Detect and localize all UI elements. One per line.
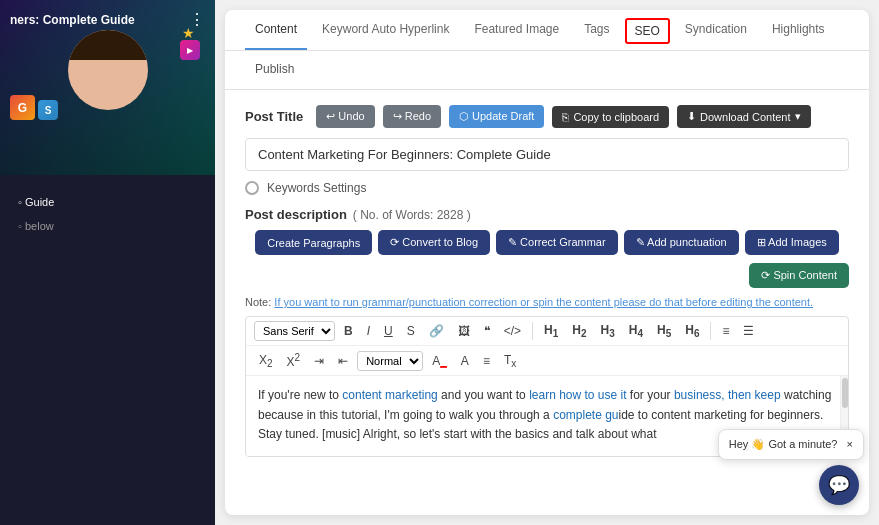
superscript-button[interactable]: X2 (282, 350, 306, 371)
undo-button[interactable]: ↩ Undo (316, 105, 374, 128)
copy-clipboard-button[interactable]: ⎘ Copy to clipboard (552, 106, 669, 128)
post-title-label: Post Title (245, 109, 303, 124)
word-count: ( No. of Words: 2828 ) (353, 208, 471, 222)
indent-button[interactable]: ⇥ (309, 352, 329, 370)
h2-button[interactable]: H2 (567, 321, 591, 341)
align-center-button[interactable]: ≡ (478, 352, 495, 370)
keywords-toggle[interactable] (245, 181, 259, 195)
actions-row: Create Paragraphs ⟳ Convert to Blog ✎ Co… (245, 230, 849, 255)
link-button[interactable]: 🔗 (424, 322, 449, 340)
spin-content-button[interactable]: ⟳ Spin Content (749, 263, 849, 288)
ordered-list-button[interactable]: ≡ (717, 322, 734, 340)
underline-button[interactable]: U (379, 322, 398, 340)
download-content-button[interactable]: ⬇ Download Content ▾ (677, 105, 811, 128)
subscript-button[interactable]: X2 (254, 351, 278, 371)
tab-tags[interactable]: Tags (574, 10, 619, 50)
sidebar: ners: Complete Guide ⋮ G S ★ ▶ ◦ Guide ◦… (0, 0, 215, 525)
code-button[interactable]: </> (499, 322, 526, 340)
copy-clipboard-label: Copy to clipboard (573, 111, 659, 123)
download-icon: ⬇ (687, 110, 696, 123)
format-select[interactable]: Normal (357, 351, 423, 371)
font-select[interactable]: Sans Serif (254, 321, 335, 341)
chat-tooltip: Hey 👋 Got a minute? × (718, 429, 864, 460)
editor-toolbar-row2: X2 X2 ⇥ ⇤ Normal A_ A ≡ Tx (246, 346, 848, 376)
chat-close-icon[interactable]: × (847, 438, 853, 450)
sidebar-thumbnail: ners: Complete Guide ⋮ G S ★ ▶ (0, 0, 215, 175)
deco-g-icon: G (10, 95, 35, 120)
h1-button[interactable]: H1 (539, 321, 563, 341)
redo-button[interactable]: ↪ Redo (383, 105, 441, 128)
bold-button[interactable]: B (339, 322, 358, 340)
keywords-settings-row: Keywords Settings (245, 181, 849, 195)
post-description-row: Post description ( No. of Words: 2828 ) (245, 207, 849, 222)
h6-button[interactable]: H6 (680, 321, 704, 341)
post-description-label: Post description (245, 207, 347, 222)
note-prefix: Note: (245, 296, 274, 308)
tab-content[interactable]: Content (245, 10, 307, 50)
tab-seo[interactable]: SEO (625, 18, 670, 44)
deco-s-icon: S (38, 100, 58, 120)
correct-grammar-button[interactable]: ✎ Correct Grammar (496, 230, 618, 255)
copy-icon: ⎘ (562, 111, 569, 123)
h5-button[interactable]: H5 (652, 321, 676, 341)
person-image: G S ★ ▶ (0, 0, 215, 140)
tab-syndication[interactable]: Syndication (675, 10, 757, 50)
h4-button[interactable]: H4 (624, 321, 648, 341)
strikethrough-button[interactable]: S (402, 322, 420, 340)
sidebar-item-guide[interactable]: ◦ Guide (10, 190, 205, 214)
clear-format-button[interactable]: Tx (499, 351, 521, 371)
font-color-button[interactable]: A_ (427, 352, 452, 370)
note-row: Note: If you want to run grammar/punctua… (245, 296, 849, 308)
post-title-input[interactable] (245, 138, 849, 171)
add-punctuation-button[interactable]: ✎ Add punctuation (624, 230, 739, 255)
update-draft-button[interactable]: ⬡ Update Draft (449, 105, 544, 128)
toolbar-separator-1 (532, 322, 533, 340)
post-title-row: Post Title ↩ Undo ↪ Redo ⬡ Update Draft … (245, 105, 849, 128)
h3-button[interactable]: H3 (596, 321, 620, 341)
unordered-list-button[interactable]: ☰ (738, 322, 759, 340)
sub-tab-publish[interactable]: Publish (245, 56, 304, 84)
add-images-button[interactable]: ⊞ Add Images (745, 230, 839, 255)
outdent-button[interactable]: ⇤ (333, 352, 353, 370)
sidebar-nav: ◦ Guide ◦ below (0, 175, 215, 253)
chat-icon: 💬 (828, 474, 850, 496)
chat-tooltip-text: Hey 👋 Got a minute? (729, 438, 838, 450)
sidebar-item-below[interactable]: ◦ below (10, 214, 205, 238)
tabs-row: Content Keyword Auto Hyperlink Featured … (225, 10, 869, 51)
create-paragraphs-button[interactable]: Create Paragraphs (255, 230, 372, 255)
highlight-button[interactable]: A (456, 352, 474, 370)
download-content-label: Download Content (700, 111, 791, 123)
tab-keyword-auto-hyperlink[interactable]: Keyword Auto Hyperlink (312, 10, 459, 50)
tab-featured-image[interactable]: Featured Image (464, 10, 569, 50)
keywords-settings-label: Keywords Settings (267, 181, 366, 195)
tab-highlights[interactable]: Highlights (762, 10, 835, 50)
convert-to-blog-button[interactable]: ⟳ Convert to Blog (378, 230, 490, 255)
note-link[interactable]: If you want to run grammar/punctuation c… (274, 296, 813, 308)
spin-row: ⟳ Spin Content (245, 263, 849, 288)
editor-toolbar-row1: Sans Serif B I U S 🔗 🖼 ❝ </> H1 H2 H3 H4… (246, 317, 848, 346)
scroll-thumb (842, 378, 848, 408)
chat-bubble-button[interactable]: 💬 (819, 465, 859, 505)
deco-star-icon: ★ (182, 25, 195, 41)
toolbar-separator-2 (710, 322, 711, 340)
image-button[interactable]: 🖼 (453, 322, 475, 340)
italic-button[interactable]: I (362, 322, 375, 340)
quote-button[interactable]: ❝ (479, 322, 495, 340)
deco-play-icon: ▶ (180, 40, 200, 60)
sub-tabs-row: Publish (225, 51, 869, 90)
dropdown-arrow-icon: ▾ (795, 110, 801, 123)
